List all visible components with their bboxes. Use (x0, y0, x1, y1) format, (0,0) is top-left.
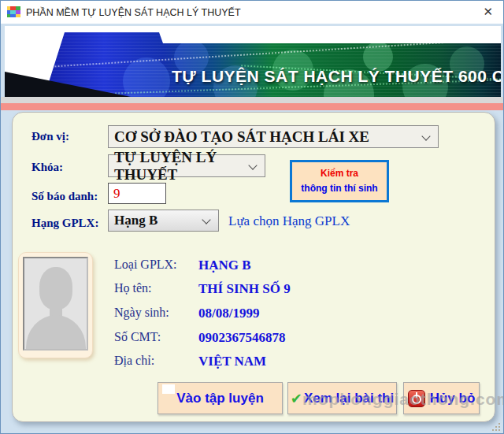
don-vi-label: Đơn vị: (32, 130, 69, 143)
avatar (39, 267, 72, 310)
info-label: Loại GPLX: (114, 258, 177, 272)
photo-frame (18, 252, 93, 358)
info-value: VIỆT NAM (198, 354, 266, 369)
check-button-line1: Kiểm tra (321, 166, 358, 181)
hang-gplx-value: Hạng B (114, 213, 158, 228)
resize-grip[interactable] (491, 421, 500, 431)
don-vi-select[interactable]: CƠ SỞ ĐÀO TẠO SÁT HẠCH LÁI XE (108, 125, 439, 148)
start-practice-button[interactable]: Vào tập luyện (158, 382, 283, 414)
avatar (26, 315, 86, 351)
info-value: THÍ SINH SỐ 9 (198, 281, 291, 297)
so-bao-danh-label: Số báo danh: (32, 190, 98, 203)
chevron-down-icon (421, 132, 430, 140)
info-row-ngay-sinh: Ngày sinh: 08/08/1999 (114, 306, 461, 321)
banner: TỰ LUYỆN SÁT HẠCH LÝ THUYẾT 600 CÂU (5, 26, 501, 97)
info-value: HẠNG B (198, 258, 251, 273)
info-label: Họ tên: (114, 281, 152, 295)
checkmark-icon: ✔ (291, 391, 302, 406)
info-value: 0902367546878 (198, 330, 286, 346)
khoa-value: TỰ LUYỆN LÝ THUYẾT (114, 149, 265, 184)
main-panel: Đơn vị: CƠ SỞ ĐÀO TẠO SÁT HẠCH LÁI XE Kh… (12, 112, 495, 422)
start-practice-label: Vào tập luyện (176, 391, 264, 406)
divider-red (1, 103, 503, 110)
hang-gplx-label: Hạng GPLX: (32, 217, 98, 230)
window-title: PHẦN MỀM TỰ LUYỆN SÁT HẠCH LÝ THUYẾT (26, 7, 241, 18)
don-vi-value: CƠ SỞ ĐÀO TẠO SÁT HẠCH LÁI XE (114, 128, 369, 146)
check-button-line2: thông tin thí sinh (301, 181, 377, 196)
window-titlebar: PHẦN MỀM TỰ LUYỆN SÁT HẠCH LÝ THUYẾT ✕ (1, 1, 503, 24)
app-icon (7, 6, 20, 17)
so-bao-danh-input[interactable] (108, 183, 166, 204)
info-row-so-cmt: Số CMT: 0902367546878 (114, 330, 461, 346)
khoa-select[interactable]: TỰ LUYỆN LÝ THUYẾT (108, 154, 265, 177)
hang-gplx-select[interactable]: Hạng B (108, 210, 219, 232)
chevron-down-icon (202, 215, 210, 224)
hang-gplx-hint: Lựa chọn Hạng GPLX (228, 213, 350, 229)
banner-art (5, 26, 501, 97)
info-row-ho-ten: Họ tên: THÍ SINH SỐ 9 (114, 281, 461, 297)
candidate-photo-placeholder (23, 257, 88, 351)
info-value: 08/08/1999 (198, 306, 259, 321)
info-label: Địa chỉ: (114, 354, 154, 368)
info-row-loai-gplx: Loại GPLX: HẠNG B (114, 258, 461, 273)
check-candidate-info-button[interactable]: Kiểm tra thông tin thí sinh (290, 160, 389, 202)
khoa-label: Khóa: (32, 161, 63, 174)
info-row-dia-chi: Địa chỉ: VIỆT NAM (114, 354, 461, 369)
info-label: Ngày sinh: (114, 306, 169, 320)
info-label: Số CMT: (114, 330, 161, 344)
watermark: mophonggiaothong.com (302, 390, 504, 409)
divider-gray (1, 97, 503, 103)
banner-texture (5, 26, 501, 97)
blank-icon (162, 384, 175, 394)
banner-title: TỰ LUYỆN SÁT HẠCH LÝ THUYẾT 600 CÂU (172, 67, 501, 86)
close-icon[interactable]: ✕ (483, 5, 493, 19)
application-window: PHẦN MỀM TỰ LUYỆN SÁT HẠCH LÝ THUYẾT ✕ T… (0, 0, 504, 434)
